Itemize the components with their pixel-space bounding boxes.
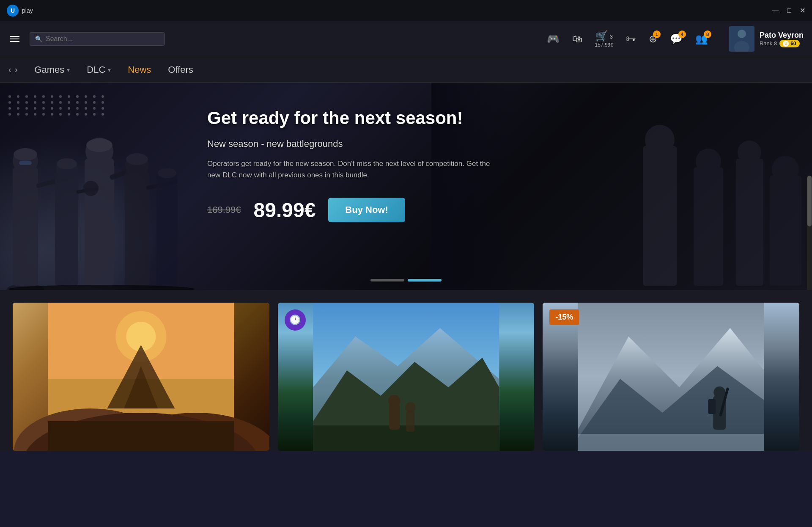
nav-arrows: ‹ ›	[8, 65, 17, 74]
game-card-3-background: -15%	[543, 303, 799, 451]
game-card-2-background: 🕐	[278, 303, 535, 451]
scrollbar-thumb[interactable]	[807, 176, 812, 226]
nav-link-news[interactable]: News	[128, 64, 151, 75]
game-card-2[interactable]: 🕐	[278, 303, 535, 451]
svg-point-12	[57, 158, 77, 169]
hero-description: Operators get ready for the new season. …	[207, 158, 503, 181]
key-icon: 🗝	[626, 33, 636, 45]
alert-icon-item[interactable]: ⊕ 1	[649, 33, 657, 45]
nav-link-games-label: Games	[34, 64, 64, 75]
svg-rect-23	[156, 184, 178, 286]
secondary-nav: ‹ › Games ▾ DLC ▾ News Offers	[0, 57, 812, 83]
hamburger-line	[10, 39, 19, 39]
hero-buy-button[interactable]: Buy Now!	[328, 198, 405, 222]
user-section[interactable]: Pato Veyron Rank 8 U 60	[729, 26, 804, 52]
hero-pricing: 169.99€ 89.99€ Buy Now!	[207, 198, 778, 222]
search-icon: 🔍	[35, 36, 42, 42]
title-bar-left: U play	[7, 5, 33, 17]
game-card-1[interactable]	[13, 303, 269, 451]
svg-rect-3	[733, 41, 750, 52]
cart-count-label: 3	[610, 33, 613, 40]
shop-icon-item[interactable]: 🛍	[572, 33, 582, 45]
svg-point-53	[405, 402, 415, 412]
ucoins-amount: 60	[790, 41, 796, 47]
uplay-logo-icon: U	[7, 5, 19, 17]
user-name-label: Pato Veyron	[760, 31, 804, 40]
user-info: Pato Veyron Rank 8 U 60	[760, 31, 804, 47]
dlc-dropdown-arrow-icon: ▾	[108, 66, 111, 73]
hero-banner: Get ready for the next season! New seaso…	[0, 83, 812, 290]
cart-icon-item[interactable]: 🛒 3 157.99€	[595, 30, 613, 48]
hero-content: Get ready for the next season! New seaso…	[207, 108, 778, 222]
nav-link-offers[interactable]: Offers	[168, 64, 193, 75]
chat-count-badge: 4	[678, 30, 686, 38]
scrollbar[interactable]	[807, 176, 812, 290]
title-bar: U play — □ ✕	[0, 0, 812, 21]
close-button[interactable]: ✕	[800, 6, 805, 14]
cart-price-label: 157.99€	[595, 42, 613, 48]
avatar-image	[729, 26, 754, 52]
game-cards-section: 🕐	[0, 290, 812, 451]
game-card-3-discount-badge: -15%	[549, 309, 579, 325]
svg-point-59	[714, 386, 726, 398]
svg-rect-10	[55, 176, 78, 286]
alert-count-badge: 1	[653, 30, 661, 38]
svg-rect-50	[389, 404, 400, 430]
game-card-3[interactable]: -15%	[543, 303, 799, 451]
shop-bag-icon: 🛍	[572, 33, 582, 45]
svg-point-7	[14, 148, 37, 161]
svg-point-51	[388, 395, 400, 407]
carousel-dots	[370, 279, 442, 281]
svg-point-17	[83, 181, 99, 196]
user-rank-label: Rank 8	[760, 40, 777, 47]
back-button[interactable]: ‹	[8, 65, 11, 74]
minimize-button[interactable]: —	[772, 7, 779, 14]
discount-badge-label: -15%	[555, 313, 573, 321]
ucoins-badge: U 60	[779, 40, 799, 47]
svg-rect-57	[578, 434, 764, 451]
user-rank-row: Rank 8 U 60	[760, 40, 804, 47]
hero-characters-silhouette	[0, 87, 203, 290]
clock-icon: 🕐	[289, 315, 301, 326]
svg-rect-14	[85, 159, 114, 286]
search-input[interactable]	[46, 35, 159, 43]
cart-icon: 🛒	[595, 30, 608, 42]
window-controls: — □ ✕	[772, 6, 805, 14]
controller-icon-item[interactable]: 🎮	[547, 33, 560, 45]
carousel-dot-1[interactable]	[370, 279, 404, 281]
search-box[interactable]: 🔍	[30, 32, 165, 46]
user-avatar	[729, 26, 754, 52]
svg-point-25	[158, 168, 176, 178]
game-card-2-clock-badge: 🕐	[285, 309, 306, 331]
svg-rect-60	[708, 399, 716, 414]
controller-icon: 🎮	[547, 33, 560, 45]
top-nav: 🔍 🎮 🛍 🛒 3 157.99€ 🗝 ⊕ 1	[0, 21, 812, 57]
game-card-1-background	[13, 303, 269, 451]
svg-point-1	[738, 30, 746, 38]
hero-subtitle: New season - new battlegrounds	[207, 138, 778, 149]
friends-icon-item[interactable]: 👥 8	[695, 33, 708, 45]
nav-icons: 🎮 🛍 🛒 3 157.99€ 🗝 ⊕ 1 �	[547, 26, 804, 52]
carousel-dot-2[interactable]	[408, 279, 442, 281]
hamburger-line	[10, 41, 19, 42]
nav-link-games[interactable]: Games ▾	[34, 64, 70, 75]
svg-rect-52	[406, 411, 414, 432]
svg-rect-45	[48, 421, 234, 451]
nav-link-dlc[interactable]: DLC ▾	[87, 64, 111, 75]
forward-button[interactable]: ›	[15, 65, 18, 74]
svg-rect-9	[19, 161, 32, 165]
key-icon-item[interactable]: 🗝	[626, 33, 636, 45]
hero-old-price: 169.99€	[207, 204, 241, 215]
ucoin-icon: U	[783, 41, 789, 47]
svg-point-21	[126, 153, 148, 165]
svg-rect-5	[13, 167, 38, 286]
app-name-label: play	[22, 7, 33, 14]
nav-links: Games ▾ DLC ▾ News Offers	[34, 64, 193, 75]
chat-icon-item[interactable]: 💬 4	[670, 33, 683, 45]
games-dropdown-arrow-icon: ▾	[67, 66, 70, 73]
nav-link-offers-label: Offers	[168, 64, 193, 75]
nav-link-dlc-label: DLC	[87, 64, 105, 75]
hamburger-menu-button[interactable]	[8, 34, 21, 44]
svg-point-16	[86, 138, 112, 152]
maximize-button[interactable]: □	[787, 7, 791, 14]
